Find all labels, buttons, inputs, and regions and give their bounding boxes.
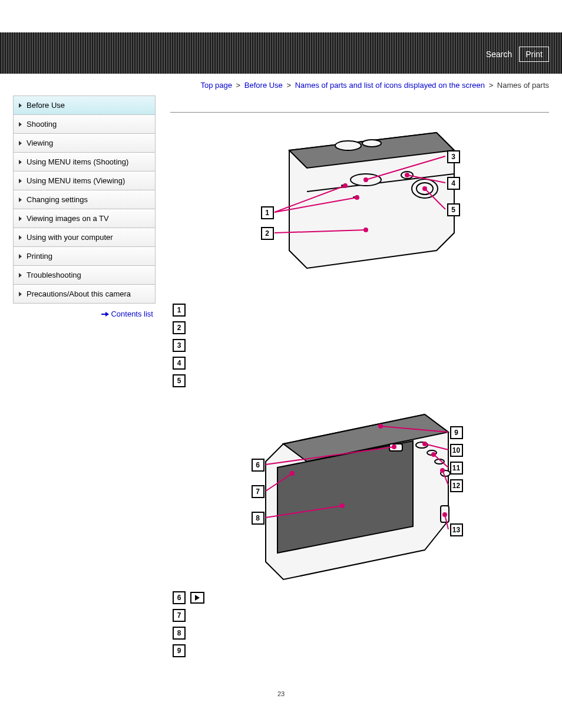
svg-point-49: [442, 512, 447, 517]
legend-row: 1: [173, 304, 549, 317]
svg-point-14: [343, 183, 348, 188]
legend-num-5: 5: [173, 374, 186, 387]
legend-num-7: 7: [173, 609, 186, 622]
legend-front: 1 2 3 4 5: [173, 304, 549, 387]
legend-row: 9: [173, 644, 549, 657]
breadcrumb-separator: >: [285, 81, 293, 90]
callout-13: 13: [450, 523, 463, 536]
legend-num-8: 8: [173, 627, 186, 640]
legend-num-9: 9: [173, 644, 186, 657]
svg-point-24: [422, 186, 427, 191]
svg-point-35: [392, 444, 396, 449]
callout-10: 10: [450, 444, 463, 457]
callout-1: 1: [261, 206, 274, 219]
svg-point-45: [431, 452, 436, 457]
page-number: 23: [0, 690, 562, 697]
legend-row: 6: [173, 591, 549, 604]
svg-point-3: [362, 140, 381, 147]
callout-2: 2: [261, 227, 274, 240]
nav-item-shooting[interactable]: Shooting: [14, 115, 155, 134]
legend-back: 6 7 8 9: [173, 591, 549, 657]
breadcrumb-list-icons[interactable]: Names of parts and list of icons display…: [295, 81, 485, 90]
nav-item-menu-viewing[interactable]: Using MENU items (Viewing): [14, 172, 155, 190]
legend-row: 7: [173, 609, 549, 622]
legend-row: 8: [173, 627, 549, 640]
callout-5: 5: [447, 203, 460, 216]
nav-item-printing[interactable]: Printing: [14, 247, 155, 266]
nav-list: Before Use Shooting Viewing Using MENU i…: [13, 95, 156, 304]
sidebar: Before Use Shooting Viewing Using MENU i…: [13, 95, 156, 318]
callout-11: 11: [450, 462, 463, 475]
print-button[interactable]: Print: [519, 47, 549, 62]
callout-4: 4: [447, 177, 460, 190]
legend-row: 5: [173, 374, 549, 387]
nav-item-viewing-tv[interactable]: Viewing images on a TV: [14, 209, 155, 228]
main-content: 1 2 3 4 5 1 2 3 4 5: [170, 95, 549, 673]
contents-list-link[interactable]: Contents list: [111, 309, 153, 318]
contents-list-wrap: Contents list: [13, 304, 156, 318]
svg-point-20: [363, 177, 368, 182]
breadcrumb-top[interactable]: Top page: [200, 81, 232, 90]
legend-num-1: 1: [173, 304, 186, 317]
breadcrumb-current: Names of parts: [497, 81, 549, 90]
svg-point-22: [405, 173, 409, 177]
svg-point-16: [355, 195, 359, 200]
header-bar: Search Print: [0, 32, 562, 74]
legend-row: 2: [173, 321, 549, 334]
legend-num-2: 2: [173, 321, 186, 334]
svg-point-41: [378, 424, 383, 429]
breadcrumb-separator: >: [234, 81, 243, 90]
nav-item-troubleshooting[interactable]: Troubleshooting: [14, 266, 155, 285]
nav-item-changing-settings[interactable]: Changing settings: [14, 190, 155, 209]
legend-num-6: 6: [173, 591, 186, 604]
search-link[interactable]: Search: [486, 50, 512, 59]
nav-item-using-computer[interactable]: Using with your computer: [14, 228, 155, 247]
camera-back-diagram: 6 7 8 9 10 11 12 13: [248, 403, 472, 585]
nav-item-before-use[interactable]: Before Use: [14, 96, 155, 115]
svg-point-47: [440, 468, 445, 473]
callout-6: 6: [252, 459, 265, 472]
breadcrumb-before-use[interactable]: Before Use: [244, 81, 283, 90]
legend-row: 3: [173, 339, 549, 352]
divider: [170, 112, 549, 113]
svg-point-37: [290, 471, 295, 476]
callout-9: 9: [450, 426, 463, 439]
callout-3: 3: [447, 150, 460, 163]
breadcrumb-separator: >: [487, 81, 495, 90]
svg-point-39: [340, 503, 345, 508]
legend-num-3: 3: [173, 339, 186, 352]
breadcrumb: Top page > Before Use > Names of parts a…: [0, 74, 562, 90]
nav-item-precautions[interactable]: Precautions/About this camera: [14, 285, 155, 304]
callout-8: 8: [252, 512, 265, 525]
svg-point-2: [335, 141, 361, 150]
nav-item-menu-shooting[interactable]: Using MENU items (Shooting): [14, 153, 155, 172]
legend-num-4: 4: [173, 357, 186, 370]
arrow-right-icon: [101, 312, 109, 317]
callout-12: 12: [450, 479, 463, 492]
svg-point-43: [422, 442, 427, 446]
camera-front-diagram: 1 2 3 4 5: [248, 127, 472, 298]
svg-point-18: [363, 228, 368, 232]
legend-row: 4: [173, 357, 549, 370]
nav-item-viewing[interactable]: Viewing: [14, 134, 155, 153]
playback-icon: [190, 592, 204, 604]
callout-7: 7: [252, 485, 265, 498]
